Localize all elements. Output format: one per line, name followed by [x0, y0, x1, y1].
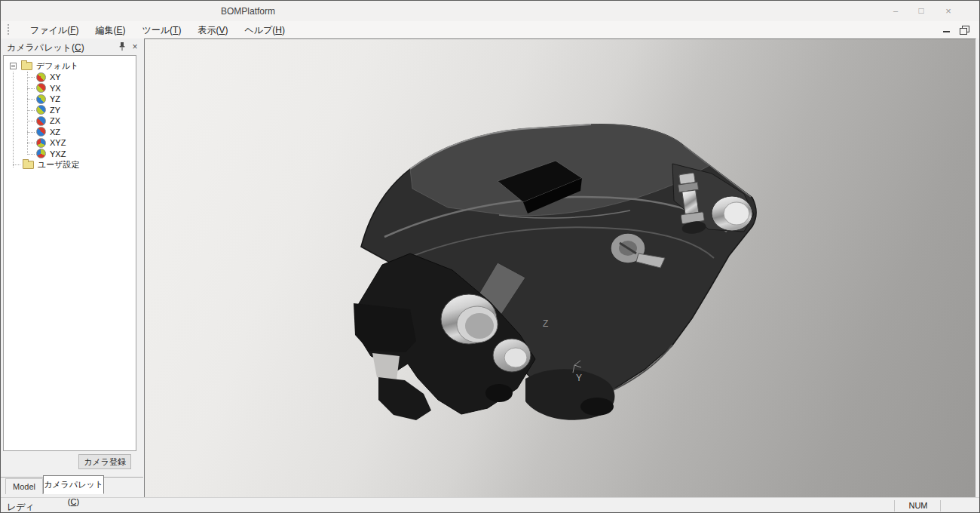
status-separator	[940, 500, 941, 511]
folder-icon	[23, 161, 34, 169]
window-title: BOMPlatform	[221, 6, 275, 17]
camera-item-label: ZX	[50, 116, 60, 125]
camera-item-xyz[interactable]: XYZ	[36, 137, 136, 149]
minimize-icon[interactable]: –	[884, 4, 907, 18]
tab-model[interactable]: Model	[5, 478, 43, 494]
status-num-indicator: NUM	[898, 501, 939, 510]
camera-item-zy[interactable]: ZY	[36, 105, 136, 116]
camera-item-zx[interactable]: ZX	[36, 115, 136, 127]
panel-title: カメラパレット(C)	[7, 41, 84, 54]
collapse-expander-icon[interactable]	[10, 63, 17, 69]
camera-item-xy[interactable]: XY	[36, 72, 136, 83]
axis-label-y: Y	[576, 373, 582, 383]
maximize-icon[interactable]: □	[910, 4, 933, 18]
camera-view-icon	[36, 149, 46, 158]
camera-tree-items: XYYXYZZYZXXZXYZYXZ	[36, 72, 136, 159]
camera-item-label: YX	[50, 84, 61, 93]
camera-palette-panel-header: カメラパレット(C) ×	[1, 38, 143, 55]
camera-item-yz[interactable]: YZ	[36, 94, 136, 105]
tree-item-label: デフォルト	[36, 60, 78, 72]
camera-view-icon	[36, 116, 46, 126]
caliper-model-illustration: Z Y	[145, 39, 976, 497]
status-ready-text: レディ	[7, 501, 35, 513]
camera-item-label: XYZ	[50, 138, 66, 147]
camera-tree: デフォルト XYYXYZZYZXXZXYZYXZ ユーザ設定	[3, 55, 136, 451]
camera-view-icon	[36, 127, 46, 137]
menu-item-1[interactable]: 編集(E)	[87, 21, 133, 38]
camera-register-button[interactable]: カメラ登録	[78, 454, 131, 469]
toolbar-grip-icon[interactable]	[7, 23, 10, 36]
camera-view-icon	[36, 105, 46, 115]
menu-items: ファイル(F)編集(E)ツール(T)表示(V)ヘルプ(H)	[22, 21, 293, 38]
camera-item-label: XY	[50, 72, 61, 81]
menu-item-3[interactable]: 表示(V)	[189, 21, 236, 38]
camera-item-label: XZ	[50, 127, 60, 137]
bomplatform-window: { "window": { "title": "BOMPlatform", "c…	[0, 0, 980, 513]
title-bar: BOMPlatform – □ ×	[1, 1, 979, 21]
camera-item-label: YXZ	[50, 149, 66, 158]
mdi-minimize-icon[interactable]	[940, 24, 954, 35]
camera-item-xz[interactable]: XZ	[36, 127, 136, 138]
camera-item-yx[interactable]: YX	[36, 83, 136, 94]
pin-icon[interactable]	[118, 41, 127, 52]
camera-item-label: YZ	[50, 94, 60, 103]
status-separator	[894, 500, 895, 511]
close-icon[interactable]: ×	[937, 4, 960, 18]
camera-item-label: ZY	[50, 106, 60, 115]
panel-close-icon[interactable]: ×	[130, 41, 140, 53]
viewport-3d[interactable]: Z Y	[144, 38, 976, 497]
tree-item-label: ユーザ設定	[38, 159, 80, 170]
tree-line	[13, 72, 14, 167]
menu-item-4[interactable]: ヘルプ(H)	[236, 21, 293, 38]
menu-bar: ファイル(F)編集(E)ツール(T)表示(V)ヘルプ(H)	[1, 21, 979, 38]
camera-view-icon	[36, 138, 46, 148]
camera-item-yxz[interactable]: YXZ	[36, 149, 136, 160]
status-bar: レディ NUM	[1, 497, 979, 513]
menu-item-0[interactable]: ファイル(F)	[22, 21, 87, 38]
menu-item-2[interactable]: ツール(T)	[133, 21, 189, 38]
camera-view-icon	[36, 72, 46, 82]
tree-item-user-settings-folder[interactable]: ユーザ設定	[4, 159, 136, 170]
folder-icon	[21, 62, 32, 70]
axis-label-z: Z	[543, 318, 548, 329]
mdi-restore-icon[interactable]	[957, 24, 970, 35]
tab-camera-palette[interactable]: カメラパレット(C)	[43, 475, 104, 494]
camera-view-icon	[36, 94, 46, 104]
tree-item-default-folder[interactable]: デフォルト	[4, 60, 136, 72]
camera-view-icon	[36, 83, 46, 93]
